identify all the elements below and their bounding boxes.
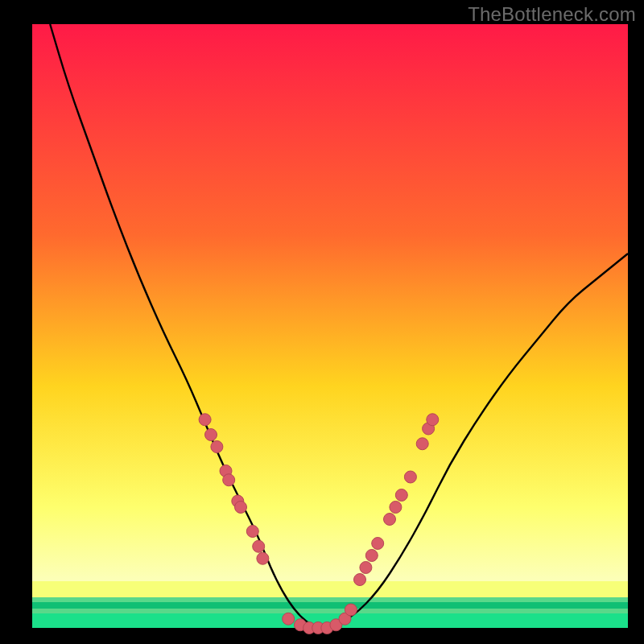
data-dot [246, 526, 258, 538]
data-dot [372, 538, 384, 550]
green-strip-1 [32, 597, 628, 602]
data-dot [257, 552, 269, 564]
data-dot [199, 414, 211, 426]
data-dot [211, 441, 223, 453]
data-dot [354, 574, 366, 586]
data-dot [390, 502, 402, 514]
data-dot [223, 474, 235, 486]
data-dot [283, 613, 295, 625]
data-dot [416, 438, 428, 450]
data-dot [427, 414, 439, 426]
chart-svg [32, 24, 628, 628]
data-dot [365, 550, 378, 562]
data-dot [360, 562, 372, 574]
green-strip-3 [32, 609, 628, 613]
gradient-bg [32, 24, 628, 628]
data-dot [235, 502, 247, 514]
data-dot [384, 514, 396, 526]
green-strip-2 [32, 602, 628, 609]
data-dot [395, 489, 407, 502]
data-dot [253, 540, 265, 552]
data-dot [345, 604, 357, 616]
data-dot [205, 429, 217, 441]
yellow-strip [32, 581, 628, 597]
data-dot [404, 471, 416, 483]
chart-root: TheBottleneck.com [0, 0, 644, 644]
plot-area [32, 24, 628, 628]
watermark-text: TheBottleneck.com [468, 3, 636, 26]
